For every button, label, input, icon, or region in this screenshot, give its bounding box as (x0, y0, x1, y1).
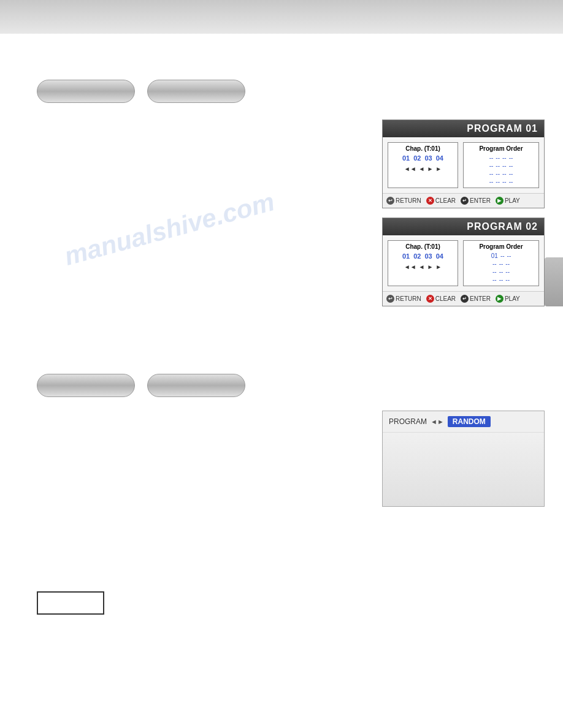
nav-right-end-2[interactable]: ► (435, 264, 442, 270)
od-4-2: -- (496, 178, 500, 185)
nav-right-1[interactable]: ► (427, 165, 433, 172)
od-4-1: -- (489, 178, 494, 185)
enter-btn-2[interactable]: ↵ ENTER (461, 295, 491, 303)
return-label-1: RETURN (396, 197, 421, 204)
order-box-1: Program Order -- -- -- -- -- -- -- -- (463, 142, 539, 188)
pill-button-3[interactable] (37, 374, 135, 397)
nav-left-2[interactable]: ◄ (419, 264, 425, 270)
chap-nav-1: ◄◄ ◄ ► ► (391, 165, 455, 172)
random-arrow-right[interactable]: ► (437, 418, 444, 425)
right-side-tab (545, 257, 563, 306)
play-icon-2: ▶ (496, 295, 504, 303)
od-3-3: -- (502, 170, 507, 177)
pill-button-1[interactable] (37, 80, 135, 103)
random-header: PROGRAM ◄ ► RANDOM (383, 411, 544, 433)
nav-right-end-1[interactable]: ► (435, 165, 442, 172)
p2-od-1-3: -- (507, 252, 511, 259)
return-label-2: RETURN (396, 295, 421, 302)
play-label-1: PLAY (505, 197, 520, 204)
order-row-2-2: -- -- -- (466, 260, 536, 267)
od-2-4: -- (509, 162, 513, 169)
enter-label-1: ENTER (470, 197, 491, 204)
p2-od-3-3: -- (505, 268, 510, 275)
od-1-2: -- (496, 154, 500, 161)
watermark: manualshive.com (61, 187, 278, 271)
play-btn-1[interactable]: ▶ PLAY (496, 197, 520, 205)
order-row-1-2: -- -- -- -- (466, 162, 536, 169)
od-2-2: -- (496, 162, 500, 169)
chap-num-2-4: 04 (436, 252, 443, 260)
enter-icon-2: ↵ (461, 295, 469, 303)
enter-label-2: ENTER (470, 295, 491, 302)
chap-numbers-2: 01 02 03 04 (391, 252, 455, 260)
random-panel: PROGRAM ◄ ► RANDOM (382, 411, 545, 507)
p2-od-3-2: -- (499, 268, 504, 275)
order-title-1: Program Order (466, 145, 536, 152)
p2-od-2-3: -- (505, 260, 510, 267)
od-1-3: -- (502, 154, 507, 161)
order-row-1-4: -- -- -- -- (466, 178, 536, 185)
nav-left-end-1[interactable]: ◄◄ (404, 165, 416, 172)
p2-od-3-1: -- (492, 268, 497, 275)
p2-od-4-3: -- (505, 276, 510, 283)
program-02-header: PROGRAM 02 (383, 218, 544, 235)
return-btn-1[interactable]: ↩ RETURN (386, 197, 421, 205)
program-01-footer: ↩ RETURN ✕ CLEAR ↵ ENTER ▶ PLAY (383, 193, 544, 208)
od-1-1: -- (489, 154, 494, 161)
chap-title-1: Chap. (T:01) (391, 145, 455, 152)
return-btn-2[interactable]: ↩ RETURN (386, 295, 421, 303)
od-3-2: -- (496, 170, 500, 177)
right-panel: PROGRAM 01 Chap. (T:01) 01 02 03 04 ◄◄ ◄… (382, 119, 545, 316)
program-01-header: PROGRAM 01 (383, 120, 544, 137)
od-3-1: -- (489, 170, 494, 177)
order-row-1-3: -- -- -- -- (466, 170, 536, 177)
clear-icon-1: ✕ (426, 197, 434, 205)
pill-button-4[interactable] (147, 374, 245, 397)
nav-right-2[interactable]: ► (427, 264, 433, 270)
enter-btn-1[interactable]: ↵ ENTER (461, 197, 491, 205)
clear-icon-2: ✕ (426, 295, 434, 303)
chap-numbers-1: 01 02 03 04 (391, 154, 455, 162)
od-3-4: -- (509, 170, 513, 177)
order-row-2-3: -- -- -- (466, 268, 536, 275)
order-rows-2: 01 -- -- -- -- -- -- -- -- (466, 252, 536, 283)
play-icon-1: ▶ (496, 197, 504, 205)
p2-od-2-1: -- (492, 260, 497, 267)
program-02-box: PROGRAM 02 Chap. (T:01) 01 02 03 04 ◄◄ ◄… (382, 218, 545, 306)
clear-label-2: CLEAR (435, 295, 456, 302)
od-2-3: -- (502, 162, 507, 169)
p2-od-4-1: -- (492, 276, 497, 283)
order-row-2-4: -- -- -- (466, 276, 536, 283)
nav-left-1[interactable]: ◄ (419, 165, 425, 172)
random-arrow-left[interactable]: ◄ (431, 418, 437, 425)
order-rows-1: -- -- -- -- -- -- -- -- -- -- -- (466, 154, 536, 185)
program-label: PROGRAM (389, 417, 427, 426)
random-nav-arrows: ◄ ► (431, 418, 444, 425)
play-btn-2[interactable]: ▶ PLAY (496, 295, 520, 303)
chap-num-2-2: 02 (413, 252, 421, 260)
enter-icon-1: ↵ (461, 197, 469, 205)
chap-box-2: Chap. (T:01) 01 02 03 04 ◄◄ ◄ ► ► (388, 240, 458, 286)
od-4-3: -- (502, 178, 507, 185)
nav-left-end-2[interactable]: ◄◄ (404, 264, 416, 270)
p2-od-4-2: -- (499, 276, 504, 283)
clear-btn-1[interactable]: ✕ CLEAR (426, 197, 456, 205)
order-title-2: Program Order (466, 243, 536, 250)
chap-nav-2: ◄◄ ◄ ► ► (391, 264, 455, 270)
top-bar (0, 0, 563, 34)
p2-od-2-2: -- (499, 260, 504, 267)
play-label-2: PLAY (505, 295, 520, 302)
chap-num-1-4: 04 (436, 154, 443, 162)
od-2-1: -- (489, 162, 494, 169)
return-icon-2: ↩ (386, 295, 394, 303)
order-row-2-1: 01 -- -- (466, 252, 536, 259)
chap-num-2-3: 03 (425, 252, 432, 260)
program-01-box: PROGRAM 01 Chap. (T:01) 01 02 03 04 ◄◄ ◄… (382, 119, 545, 208)
order-box-2: Program Order 01 -- -- -- -- -- -- -- (463, 240, 539, 286)
chap-num-2-1: 01 (402, 252, 410, 260)
chap-title-2: Chap. (T:01) (391, 243, 455, 250)
chap-box-1: Chap. (T:01) 01 02 03 04 ◄◄ ◄ ► ► (388, 142, 458, 188)
program-02-footer: ↩ RETURN ✕ CLEAR ↵ ENTER ▶ PLAY (383, 291, 544, 306)
pill-button-2[interactable] (147, 80, 245, 103)
clear-btn-2[interactable]: ✕ CLEAR (426, 295, 456, 303)
